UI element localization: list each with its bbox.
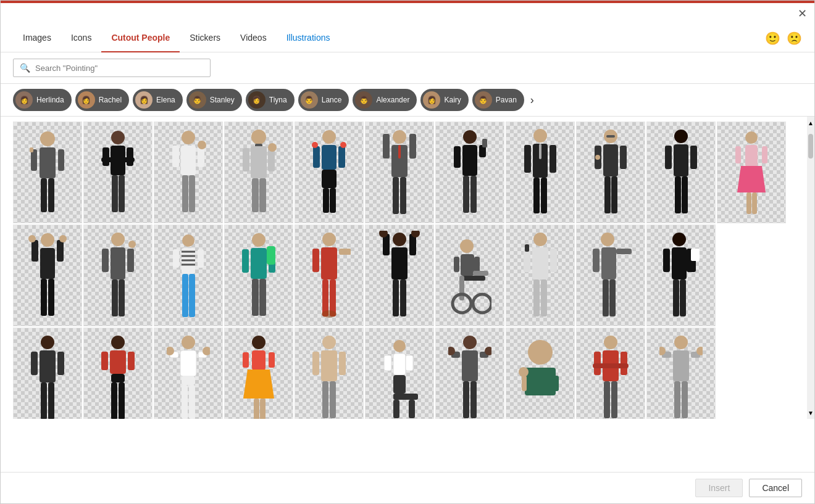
people-filter: 👩 Herlinda 👩 Rachel 👩 Elena 👨 Stanley 👩 … [1,84,814,117]
grid-cell-1-8[interactable] [506,122,575,223]
svg-rect-124 [400,279,406,316]
grid-cell-3-6[interactable] [365,328,434,419]
svg-rect-102 [198,249,204,268]
svg-rect-175 [189,385,195,419]
grid-cell-3-9[interactable] [576,328,645,419]
scrollbar[interactable]: ▲ ▼ [807,117,814,419]
svg-rect-79 [752,192,757,214]
svg-rect-23 [251,146,267,178]
grid-cell-1-10[interactable] [646,122,716,223]
cancel-button[interactable]: Cancel [749,479,802,497]
search-input-wrap[interactable]: 🔍 [13,59,211,77]
tab-illustrations[interactable]: Illustrations [277,24,340,52]
svg-rect-137 [532,247,548,279]
svg-rect-35 [330,188,336,213]
svg-rect-161 [48,382,54,419]
grid-cell-1-4[interactable] [224,122,293,223]
svg-point-156 [41,336,54,349]
svg-rect-129 [454,257,459,272]
svg-rect-106 [251,248,267,279]
grid-cell-1-2[interactable] [83,122,153,223]
insert-button[interactable]: Insert [695,479,743,497]
person-chip-elena[interactable]: 👩 Elena [133,89,183,111]
svg-rect-186 [321,350,337,381]
svg-rect-188 [339,352,346,375]
grid-cell-2-5[interactable] [295,225,364,326]
svg-rect-128 [461,254,474,276]
grid-cell-1-3[interactable] [154,122,223,223]
grid-cell-2-2[interactable] [83,225,153,326]
svg-point-185 [322,336,336,349]
svg-rect-51 [482,139,487,147]
svg-point-119 [393,233,406,246]
grid-cell-2-8[interactable] [506,225,575,326]
grid-cell-2-3[interactable] [154,225,223,326]
person-chip-alexander[interactable]: 👨 Alexander [353,89,417,111]
svg-rect-107 [242,249,249,273]
grid-cell-2-9[interactable] [576,225,645,326]
tab-icons-area: 🙂 🙁 [765,31,802,46]
svg-rect-153 [673,279,679,316]
person-chip-kairy[interactable]: 👩 Kairy [420,89,468,111]
person-chip-tiyna[interactable]: 👩 Tiyna [246,89,295,111]
person-chip-stanley[interactable]: 👨 Stanley [186,89,242,111]
svg-rect-203 [463,381,469,418]
tab-images[interactable]: Images [13,24,61,52]
svg-rect-30 [322,145,336,170]
svg-rect-190 [330,381,336,418]
tab-cutout-people[interactable]: Cutout People [101,24,180,52]
grid-cell-3-5[interactable] [295,328,364,419]
grid-cell-3-1[interactable] [13,328,82,419]
grid-cell-1-9[interactable] [576,122,645,223]
svg-point-149 [672,233,686,246]
grid-cell-3-10[interactable] [646,328,716,419]
grid-cell-1-11[interactable] [717,122,786,223]
avatar-stanley: 👨 [189,91,206,109]
person-chip-rachel[interactable]: 👩 Rachel [75,89,129,111]
scroll-up-button[interactable]: ▲ [807,117,814,129]
grid-cell-2-7[interactable] [435,225,504,326]
grid-cell-1-5[interactable] [295,122,364,223]
close-button[interactable]: ✕ [798,8,807,19]
grid-cell-3-4[interactable] [224,328,293,419]
tab-videos[interactable]: Videos [230,24,277,52]
grid-cell-3-2[interactable] [83,328,153,419]
grid-cell-1-6[interactable] [365,122,434,223]
svg-rect-146 [616,249,632,254]
svg-point-67 [674,130,688,143]
grid-cell-3-8[interactable] [506,328,575,419]
grid-cell-1-1[interactable] [13,122,82,223]
person-chip-pavan[interactable]: 👨 Pavan [472,89,524,111]
grid-cell-2-10[interactable] [646,225,716,326]
person-chip-lance[interactable]: 👨 Lance [298,89,349,111]
svg-rect-9 [102,147,109,166]
grid-cell-3-7[interactable] [435,328,504,419]
svg-rect-90 [102,249,109,272]
scroll-down-button[interactable]: ▼ [807,407,814,419]
tab-stickers[interactable]: Stickers [180,24,230,52]
svg-rect-68 [674,144,688,176]
happy-icon[interactable]: 🙂 [765,31,780,46]
filter-next-button[interactable]: › [530,94,534,107]
grid-cell-2-6[interactable] [365,225,434,326]
svg-rect-111 [267,246,275,265]
grid-cell-2-1[interactable] [13,225,82,326]
svg-point-134 [473,294,491,313]
grid-cell-3-3[interactable] [154,328,223,419]
svg-point-105 [252,233,265,247]
grid-cell-2-4[interactable] [224,225,293,326]
tab-icons[interactable]: Icons [61,24,101,52]
sad-icon[interactable]: 🙁 [787,31,802,46]
person-chip-herlinda[interactable]: 👩 Herlinda [13,89,72,111]
svg-rect-18 [182,175,188,212]
search-input[interactable] [35,64,204,73]
svg-point-143 [601,233,614,246]
svg-rect-19 [189,175,195,212]
svg-rect-155 [691,249,700,261]
svg-rect-89 [111,247,125,279]
scrollbar-thumb[interactable] [808,134,813,159]
svg-rect-41 [409,134,416,159]
svg-rect-209 [522,376,527,391]
grid-cell-1-7[interactable] [435,122,504,223]
svg-point-112 [322,233,336,246]
